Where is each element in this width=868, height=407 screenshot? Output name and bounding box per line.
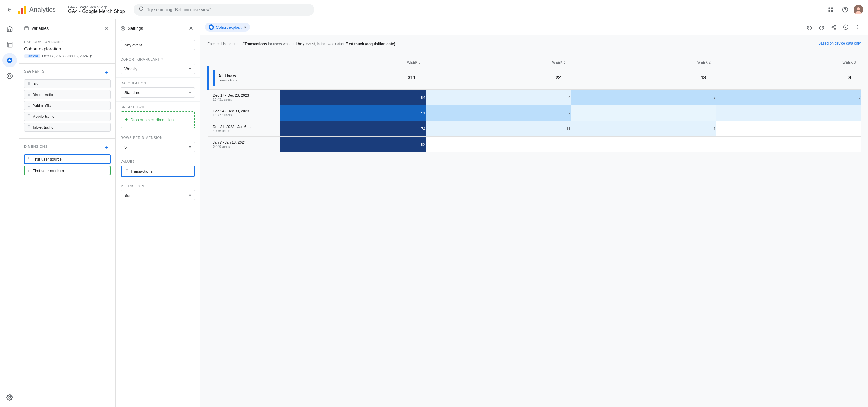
- check-circle-button[interactable]: [840, 22, 851, 33]
- cohort-event-value: Any event: [124, 43, 142, 47]
- property-selector[interactable]: GA4 - Google Merch Shop GA4 - Google Mer…: [68, 5, 125, 14]
- settings-title-text: Settings: [128, 26, 143, 31]
- transactions-value-chip[interactable]: ⠿ Transactions: [121, 166, 195, 177]
- all-users-w3-val: 8: [848, 75, 851, 81]
- cell-value: 92: [280, 137, 426, 152]
- based-on-device-link[interactable]: Based on device data only: [818, 41, 861, 45]
- cell-r3-c3: [716, 136, 861, 152]
- breakdown-drop-zone[interactable]: + Drop or select dimension: [121, 111, 195, 128]
- sidebar-item-settings[interactable]: [2, 390, 17, 405]
- drag-handle-icon: ⠿: [27, 114, 30, 119]
- dimensions-label: DIMENSIONS: [24, 145, 48, 148]
- week-sub: 4,776 users: [213, 129, 276, 132]
- segment-chip-us[interactable]: ⠿ US: [24, 79, 111, 88]
- row-label-3: Jan 7 - Jan 13, 2024 5,448 users: [208, 136, 280, 152]
- rows-per-dim-selector[interactable]: 5 ▾: [121, 142, 195, 152]
- settings-close-button[interactable]: ✕: [187, 24, 195, 33]
- variables-close-button[interactable]: ✕: [102, 24, 111, 33]
- chevron-down-icon: ▾: [189, 66, 191, 71]
- drag-handle-icon: ⠿: [28, 157, 31, 161]
- date-badge: Custom: [24, 54, 40, 58]
- cohort-row-0: Dec 17 - Dec 23, 2023 16,431 users 94477: [208, 90, 861, 105]
- avatar[interactable]: [854, 5, 863, 14]
- week1-header: WEEK 1: [426, 59, 571, 66]
- plus-icon: +: [125, 117, 128, 123]
- tab-label: Cohort explor...: [216, 25, 242, 30]
- dimension-label: First user source: [33, 157, 62, 161]
- svg-point-29: [858, 27, 858, 27]
- segment-chip-mobile-traffic[interactable]: ⠿ Mobile traffic: [24, 112, 111, 121]
- undo-button[interactable]: [804, 22, 815, 33]
- svg-rect-3: [829, 10, 830, 12]
- svg-point-22: [834, 25, 836, 27]
- segment-chip-direct-traffic[interactable]: ⠿ Direct traffic: [24, 90, 111, 99]
- date-arrow-icon: ▾: [90, 54, 92, 58]
- cell-value: 7: [426, 105, 571, 121]
- cell-value: 51: [280, 105, 426, 121]
- segments-add-button[interactable]: +: [102, 68, 111, 77]
- exploration-name-value[interactable]: Cohort exploration: [24, 46, 111, 51]
- help-button[interactable]: [839, 4, 851, 15]
- date-range-selector[interactable]: Custom Dec 17, 2023 - Jan 13, 2024 ▾: [24, 54, 111, 58]
- sidebar-item-explore[interactable]: [2, 53, 17, 67]
- cohort-row-1: Dec 24 - Dec 30, 2023 13,777 users 51751: [208, 105, 861, 121]
- topbar-divider: [62, 5, 62, 14]
- cohort-granularity-value: Weekly: [124, 67, 137, 71]
- search-placeholder: Try searching "Behavior overview": [147, 7, 211, 12]
- transactions-label: Transactions: [130, 169, 153, 174]
- topbar-right: [825, 4, 863, 15]
- segment-label: Paid traffic: [32, 103, 51, 108]
- metric-type-label: METRIC TYPE: [121, 184, 195, 188]
- cell-value: 7: [716, 90, 861, 105]
- cell-r2-c2: 1: [570, 121, 716, 136]
- cell-r3-c0: 92: [280, 136, 426, 152]
- segment-chip-tablet-traffic[interactable]: ⠿ Tablet traffic: [24, 123, 111, 132]
- cohort-event-selector[interactable]: Any event: [121, 40, 195, 50]
- rows-per-dim-value: 5: [124, 145, 127, 149]
- cell-r1-c0: 51: [280, 105, 426, 121]
- dimension-chip-first-user-source[interactable]: ⠿ First user source: [24, 154, 111, 164]
- segment-label: Mobile traffic: [32, 114, 54, 119]
- svg-point-28: [858, 25, 858, 26]
- cell-r0-c1: 4: [426, 90, 571, 105]
- svg-rect-2: [831, 7, 833, 9]
- dimension-chip-first-user-medium[interactable]: ⠿ First user medium: [24, 166, 111, 175]
- add-tab-button[interactable]: +: [252, 22, 262, 32]
- row-label-header: [208, 59, 280, 66]
- segments-section: SEGMENTS + ⠿ US ⠿ Direct traffic ⠿ Paid …: [19, 65, 116, 137]
- apps-button[interactable]: [825, 4, 837, 15]
- app-logo: Analytics: [18, 5, 56, 14]
- breakdown-section: BREAKDOWN + Drop or select dimension: [116, 101, 200, 132]
- cell-r0-c2: 7: [570, 90, 716, 105]
- metric-type-selector[interactable]: Sum ▾: [121, 190, 195, 200]
- metric-type-value: Sum: [124, 193, 133, 198]
- main-layout: Variables ✕ EXPLORATION NAME: Cohort exp…: [0, 19, 868, 407]
- cohort-tab[interactable]: Cohort explor... ▾: [205, 23, 250, 32]
- calculation-selector[interactable]: Standard ▾: [121, 87, 195, 98]
- sidebar-item-reports[interactable]: [2, 37, 17, 52]
- sidebar-item-home[interactable]: [2, 22, 17, 36]
- breakdown-placeholder: Drop or select dimension: [130, 118, 174, 122]
- back-button[interactable]: [5, 5, 14, 14]
- week0-header: WEEK 0: [280, 59, 426, 66]
- segment-chip-paid-traffic[interactable]: ⠿ Paid traffic: [24, 101, 111, 110]
- search-bar[interactable]: Try searching "Behavior overview": [133, 4, 314, 15]
- svg-line-26: [833, 26, 834, 27]
- variables-panel-header: Variables ✕: [19, 19, 116, 36]
- redo-button[interactable]: [816, 22, 827, 33]
- share-button[interactable]: [828, 22, 839, 33]
- cell-r1-c2: 5: [570, 105, 716, 121]
- dimensions-add-button[interactable]: +: [102, 144, 111, 152]
- week-sub: 16,431 users: [213, 98, 276, 101]
- cell-r1-c1: 7: [426, 105, 571, 121]
- more-options-button[interactable]: [852, 22, 863, 33]
- svg-point-21: [210, 26, 213, 29]
- cohort-granularity-selector[interactable]: Weekly ▾: [121, 64, 195, 74]
- exploration-name-label: EXPLORATION NAME:: [24, 40, 111, 44]
- sidebar-item-advertising[interactable]: [2, 69, 17, 83]
- touch-bold: First touch (acquisition date): [345, 42, 395, 46]
- svg-rect-4: [831, 10, 833, 12]
- cohort-row-2: Dec 31, 2023 - Jan 6, ... 4,776 users 74…: [208, 121, 861, 136]
- svg-point-20: [122, 28, 124, 29]
- svg-point-23: [832, 27, 833, 28]
